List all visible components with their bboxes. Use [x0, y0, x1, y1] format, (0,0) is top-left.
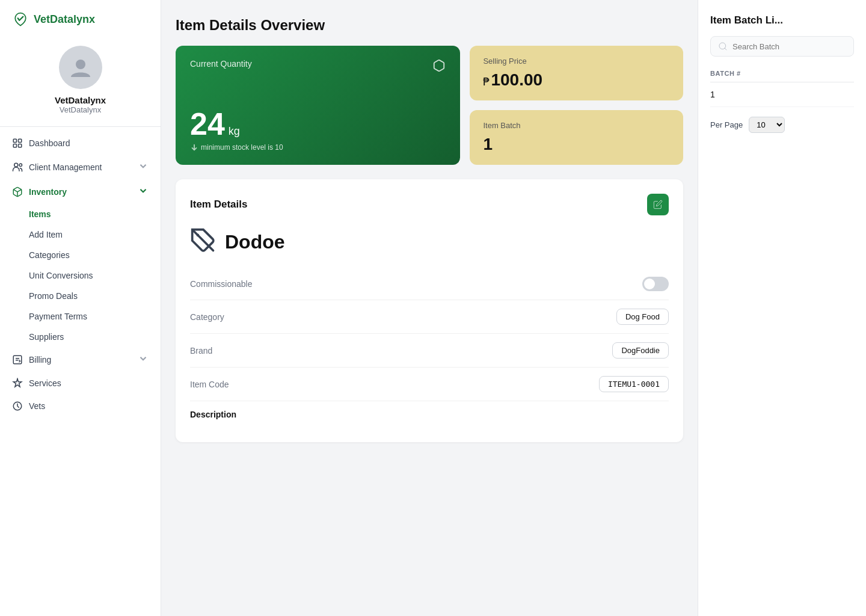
batch-row: 1 [710, 82, 854, 107]
search-batch-input[interactable] [732, 42, 846, 51]
svg-line-11 [194, 231, 213, 251]
sidebar-item-client-management[interactable]: Client Management [0, 155, 161, 179]
sidebar-item-categories[interactable]: Categories [0, 245, 161, 265]
arrow-down-icon [190, 143, 198, 152]
grid-icon [12, 138, 23, 149]
chevron-down-icon [138, 353, 149, 366]
quantity-unit: kg [229, 125, 240, 138]
main-content: Item Details Overview Current Quantity [161, 0, 866, 616]
sidebar-item-dashboard[interactable]: Dashboard [0, 132, 161, 155]
item-name: Dodoe [225, 231, 285, 253]
commissionable-toggle[interactable] [642, 277, 669, 291]
selling-price-label: Selling Price [483, 57, 670, 66]
nav-section: Dashboard Client Management Inventory [0, 127, 161, 422]
sidebar-item-label: Services [29, 378, 61, 388]
billing-icon [12, 354, 23, 365]
sidebar-item-label: Dashboard [29, 138, 70, 148]
item-code-label: Item Code [190, 380, 229, 389]
main-inner: Item Details Overview Current Quantity [161, 0, 866, 616]
content-area: Item Details Overview Current Quantity [161, 0, 698, 616]
item-tag-icon [190, 227, 216, 256]
sidebar-item-label: Billing [29, 355, 51, 365]
chevron-down-icon [138, 185, 149, 198]
selling-price-card: Selling Price ₱100.00 [470, 46, 683, 100]
item-batch-card: Item Batch 1 [470, 110, 683, 165]
brand-value: DogFoddie [612, 342, 669, 359]
svg-rect-4 [19, 144, 22, 147]
details-section-title: Item Details [190, 199, 247, 211]
sidebar-item-items[interactable]: Items [0, 204, 161, 224]
detail-row-description: Description [190, 401, 669, 428]
svg-point-6 [19, 164, 22, 167]
category-value: Dog Food [616, 309, 669, 325]
svg-rect-1 [13, 139, 16, 142]
avatar [59, 46, 102, 89]
right-panel: Item Batch Li... BATCH # 1 Per Page 10 2… [698, 0, 866, 616]
vets-icon [12, 401, 23, 411]
sidebar-item-payment-terms[interactable]: Payment Terms [0, 306, 161, 327]
sidebar-profile: VetDatalynx VetDatalynx [0, 36, 161, 127]
app-logo: VetDatalynx [0, 0, 161, 36]
batch-panel-title: Item Batch Li... [710, 14, 854, 26]
svg-rect-2 [19, 139, 22, 142]
sidebar-item-promo-deals[interactable]: Promo Deals [0, 286, 161, 306]
svg-rect-3 [13, 144, 16, 147]
profile-subtitle: VetDatalynx [60, 105, 101, 114]
item-batch-value: 1 [483, 135, 670, 154]
toggle-knob [644, 279, 655, 289]
box-outline-icon [432, 59, 446, 75]
chevron-down-icon [138, 161, 149, 173]
per-page-label: Per Page [710, 120, 743, 129]
per-page-row: Per Page 10 25 50 100 [710, 117, 854, 133]
item-batch-label: Item Batch [483, 121, 670, 130]
svg-point-0 [76, 60, 85, 69]
sidebar-item-inventory[interactable]: Inventory [0, 179, 161, 204]
detail-row-item-code: Item Code ITEMU1-0001 [190, 368, 669, 401]
sidebar-item-label: Vets [29, 401, 45, 411]
sidebar: VetDatalynx VetDatalynx VetDatalynx Dash… [0, 0, 161, 616]
svg-point-5 [14, 163, 18, 167]
edit-button[interactable] [647, 194, 669, 215]
quantity-card-body: 24 kg minimum stock level is 10 [190, 108, 446, 152]
selling-price-value: ₱100.00 [483, 70, 670, 90]
item-code-value: ITEMU1-0001 [599, 376, 669, 392]
search-batch-container [710, 36, 854, 57]
item-name-row: Dodoe [190, 227, 669, 256]
description-label: Description [190, 410, 236, 419]
detail-row-brand: Brand DogFoddie [190, 334, 669, 368]
brand-label: Brand [190, 346, 212, 356]
app-name: VetDatalynx [34, 13, 95, 26]
avatar-icon [69, 55, 93, 79]
sidebar-item-label: Client Management [29, 162, 102, 172]
batch-column-header: BATCH # [710, 67, 854, 82]
selling-price-amount: 100.00 [491, 70, 542, 89]
quantity-card: Current Quantity 24 kg [176, 46, 460, 165]
detail-row-commissionable: Commissionable [190, 268, 669, 300]
services-icon [12, 378, 23, 389]
quantity-min-stock: minimum stock level is 10 [190, 143, 446, 152]
sidebar-item-label: Inventory [29, 187, 67, 197]
cards-right: Selling Price ₱100.00 Item Batch 1 [470, 46, 683, 165]
detail-row-category: Category Dog Food [190, 300, 669, 334]
sidebar-item-unit-conversions[interactable]: Unit Conversions [0, 265, 161, 286]
sidebar-item-billing[interactable]: Billing [0, 347, 161, 372]
profile-name: VetDatalynx [55, 95, 106, 105]
logo-icon [12, 11, 29, 28]
commissionable-label: Commissionable [190, 279, 252, 289]
quantity-number: 24 [190, 108, 225, 140]
category-label: Category [190, 312, 224, 322]
quantity-card-header: Current Quantity [190, 59, 446, 75]
item-details-card: Item Details [176, 179, 683, 442]
users-icon [12, 162, 23, 173]
per-page-select[interactable]: 10 25 50 100 [749, 117, 785, 133]
sidebar-item-suppliers[interactable]: Suppliers [0, 327, 161, 347]
quantity-value-row: 24 kg [190, 108, 446, 140]
details-card-header: Item Details [190, 194, 669, 215]
sidebar-item-add-item[interactable]: Add Item [0, 224, 161, 245]
box-icon [12, 186, 23, 197]
search-icon [718, 42, 728, 51]
quantity-card-label: Current Quantity [190, 59, 252, 69]
currency-symbol: ₱ [483, 76, 490, 88]
sidebar-item-vets[interactable]: Vets [0, 395, 161, 417]
sidebar-item-services[interactable]: Services [0, 372, 161, 395]
